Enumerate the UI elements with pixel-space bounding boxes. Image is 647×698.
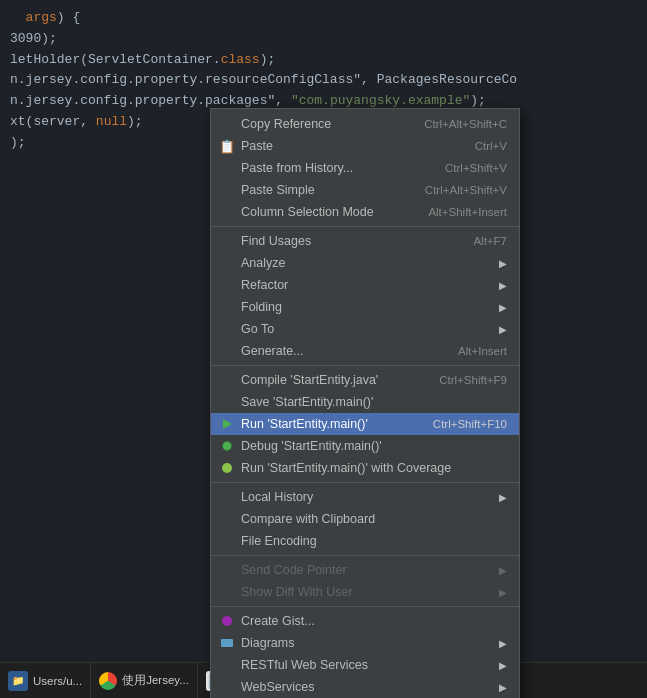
menu-item-compare-clipboard-label: Compare with Clipboard (241, 512, 507, 526)
menu-item-run-label: Run 'StartEntity.main()' (241, 417, 413, 431)
menu-item-copy-reference[interactable]: Copy Reference Ctrl+Alt+Shift+C (211, 113, 519, 135)
menu-item-refactor-label: Refactor (241, 278, 494, 292)
menu-item-generate[interactable]: Generate... Alt+Insert (211, 340, 519, 362)
menu-item-analyze[interactable]: Analyze ▶ (211, 252, 519, 274)
menu-item-compile-label: Compile 'StartEntity.java' (241, 373, 419, 387)
menu-item-go-to[interactable]: Go To ▶ (211, 318, 519, 340)
menu-item-refactor[interactable]: Refactor ▶ (211, 274, 519, 296)
debug-icon (219, 438, 235, 454)
local-history-arrow-icon: ▶ (499, 492, 507, 503)
folding-arrow-icon: ▶ (499, 302, 507, 313)
menu-item-compare-clipboard[interactable]: Compare with Clipboard (211, 508, 519, 530)
menu-item-webservices[interactable]: WebServices ▶ (211, 676, 519, 698)
menu-item-diagrams[interactable]: Diagrams ▶ (211, 632, 519, 654)
menu-item-create-gist-label: Create Gist... (241, 614, 507, 628)
separator-4 (211, 555, 519, 556)
menu-item-paste-shortcut: Ctrl+V (475, 140, 507, 152)
diagrams-icon (219, 635, 235, 651)
menu-item-find-usages[interactable]: Find Usages Alt+F7 (211, 230, 519, 252)
menu-item-restful-web-services-label: RESTful Web Services (241, 658, 494, 672)
webservices-arrow-icon: ▶ (499, 682, 507, 693)
run-icon (219, 416, 235, 432)
menu-item-diagrams-label: Diagrams (241, 636, 494, 650)
separator-2 (211, 365, 519, 366)
taskbar-chrome-label: 使用Jersey... (122, 673, 189, 688)
refactor-arrow-icon: ▶ (499, 280, 507, 291)
menu-item-column-selection-mode-shortcut: Alt+Shift+Insert (428, 206, 507, 218)
menu-item-paste-simple-label: Paste Simple (241, 183, 405, 197)
menu-item-local-history[interactable]: Local History ▶ (211, 486, 519, 508)
menu-item-debug[interactable]: Debug 'StartEntity.main()' (211, 435, 519, 457)
send-code-pointer-arrow-icon: ▶ (499, 565, 507, 576)
menu-item-column-selection-mode[interactable]: Column Selection Mode Alt+Shift+Insert (211, 201, 519, 223)
menu-item-generate-label: Generate... (241, 344, 438, 358)
menu-item-show-diff-with-user: Show Diff With User ▶ (211, 581, 519, 603)
menu-item-save[interactable]: Save 'StartEntity.main()' (211, 391, 519, 413)
taskbar-item-chrome[interactable]: 使用Jersey... (91, 663, 198, 698)
separator-5 (211, 606, 519, 607)
menu-item-restful-web-services[interactable]: RESTful Web Services ▶ (211, 654, 519, 676)
menu-item-webservices-label: WebServices (241, 680, 494, 694)
menu-item-paste-label: Paste (241, 139, 455, 153)
menu-item-save-label: Save 'StartEntity.main()' (241, 395, 507, 409)
menu-item-go-to-label: Go To (241, 322, 494, 336)
menu-item-find-usages-label: Find Usages (241, 234, 453, 248)
menu-item-run[interactable]: Run 'StartEntity.main()' Ctrl+Shift+F10 (211, 413, 519, 435)
analyze-arrow-icon: ▶ (499, 258, 507, 269)
code-line-2: 3090); (10, 29, 637, 50)
restful-arrow-icon: ▶ (499, 660, 507, 671)
separator-1 (211, 226, 519, 227)
menu-item-folding-label: Folding (241, 300, 494, 314)
menu-item-paste[interactable]: 📋 Paste Ctrl+V (211, 135, 519, 157)
go-to-arrow-icon: ▶ (499, 324, 507, 335)
menu-item-paste-simple[interactable]: Paste Simple Ctrl+Alt+Shift+V (211, 179, 519, 201)
chrome-icon (99, 672, 117, 690)
menu-item-copy-reference-shortcut: Ctrl+Alt+Shift+C (424, 118, 507, 130)
taskbar-item-users[interactable]: 📁 Users/u... (0, 663, 91, 698)
menu-item-run-coverage[interactable]: Run 'StartEntity.main()' with Coverage (211, 457, 519, 479)
menu-item-run-shortcut: Ctrl+Shift+F10 (433, 418, 507, 430)
paste-icon: 📋 (219, 138, 235, 154)
menu-item-paste-from-history[interactable]: Paste from History... Ctrl+Shift+V (211, 157, 519, 179)
menu-item-file-encoding[interactable]: File Encoding (211, 530, 519, 552)
menu-item-folding[interactable]: Folding ▶ (211, 296, 519, 318)
users-icon: 📁 (8, 671, 28, 691)
menu-item-debug-label: Debug 'StartEntity.main()' (241, 439, 507, 453)
menu-item-copy-reference-label: Copy Reference (241, 117, 404, 131)
menu-item-file-encoding-label: File Encoding (241, 534, 507, 548)
menu-item-send-code-pointer: Send Code Pointer ▶ (211, 559, 519, 581)
menu-item-find-usages-shortcut: Alt+F7 (473, 235, 507, 247)
menu-item-column-selection-mode-label: Column Selection Mode (241, 205, 408, 219)
separator-3 (211, 482, 519, 483)
menu-item-compile[interactable]: Compile 'StartEntity.java' Ctrl+Shift+F9 (211, 369, 519, 391)
menu-item-analyze-label: Analyze (241, 256, 494, 270)
menu-item-generate-shortcut: Alt+Insert (458, 345, 507, 357)
menu-item-create-gist[interactable]: Create Gist... (211, 610, 519, 632)
show-diff-arrow-icon: ▶ (499, 587, 507, 598)
context-menu: Copy Reference Ctrl+Alt+Shift+C 📋 Paste … (210, 108, 520, 698)
code-line-1: args) { (10, 8, 637, 29)
coverage-icon (219, 460, 235, 476)
menu-item-run-coverage-label: Run 'StartEntity.main()' with Coverage (241, 461, 507, 475)
menu-item-paste-simple-shortcut: Ctrl+Alt+Shift+V (425, 184, 507, 196)
menu-item-send-code-pointer-label: Send Code Pointer (241, 563, 494, 577)
diagrams-arrow-icon: ▶ (499, 638, 507, 649)
taskbar-users-label: Users/u... (33, 675, 82, 687)
gist-icon (219, 613, 235, 629)
menu-item-compile-shortcut: Ctrl+Shift+F9 (439, 374, 507, 386)
menu-item-show-diff-with-user-label: Show Diff With User (241, 585, 494, 599)
code-line-3: letHolder(ServletContainer.class); (10, 50, 637, 71)
menu-item-paste-from-history-label: Paste from History... (241, 161, 425, 175)
menu-item-paste-from-history-shortcut: Ctrl+Shift+V (445, 162, 507, 174)
menu-item-local-history-label: Local History (241, 490, 494, 504)
code-line-4: n.jersey.config.property.resourceConfigC… (10, 70, 637, 91)
